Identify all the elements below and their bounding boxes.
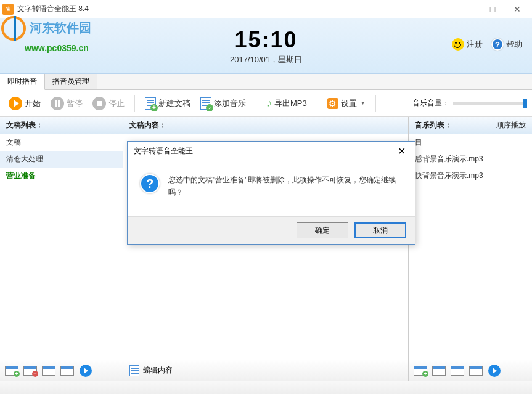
dialog-title: 文字转语音全能王 <box>134 146 193 156</box>
question-icon: ? <box>140 174 160 193</box>
confirm-dialog: 文字转语音全能王 ✕ ? 您选中的文稿"营业准备"即将被删除，此项操作不可恢复，… <box>127 141 415 245</box>
ok-button[interactable]: 确定 <box>297 222 348 238</box>
cancel-button[interactable]: 取消 <box>354 222 406 238</box>
dialog-close-button[interactable]: ✕ <box>394 143 409 158</box>
dialog-message: 您选中的文稿"营业准备"即将被删除，此项操作不可恢复，您确定继续吗？ <box>168 174 403 199</box>
modal-overlay: 文字转语音全能王 ✕ ? 您选中的文稿"营业准备"即将被删除，此项操作不可恢复，… <box>0 0 532 396</box>
dialog-titlebar: 文字转语音全能王 ✕ <box>128 142 415 160</box>
